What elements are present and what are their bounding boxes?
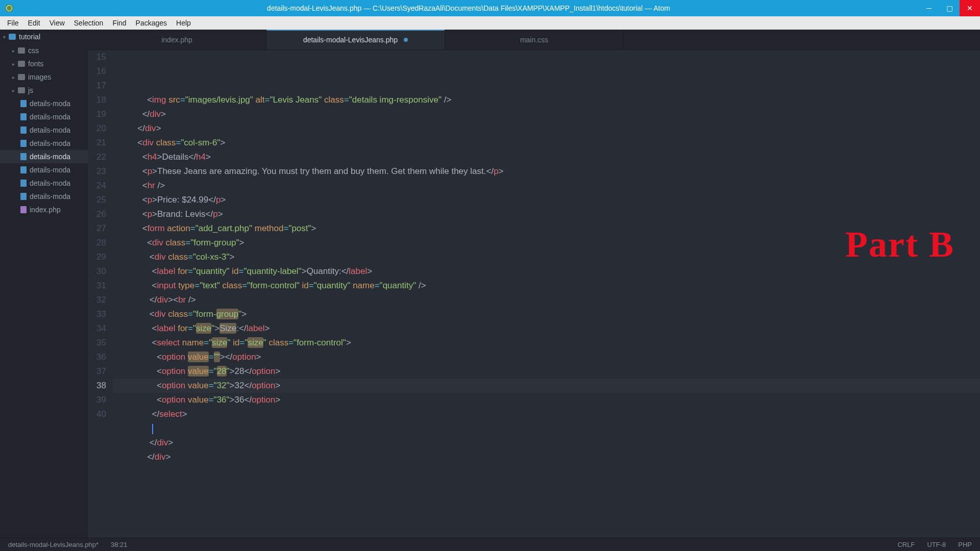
folder-icon [18,61,25,67]
file-item[interactable]: details-moda [0,110,88,123]
file-icon [20,180,27,187]
file-item[interactable]: details-moda [0,190,88,203]
editor-pane: index.php details-modal-LevisJeans.php m… [88,30,980,538]
menu-edit[interactable]: Edit [24,17,44,29]
project-root-label: tutorial [19,33,40,41]
chevron-right-icon: ▸ [12,88,15,93]
tab-index[interactable]: index.php [88,30,266,49]
file-item[interactable]: details-moda [0,137,88,150]
status-encoding[interactable]: UTF-8 [927,541,946,548]
code-content[interactable]: <img src="images/levis.jpg" alt="Levis J… [113,50,980,538]
code-editor[interactable]: 1516171819202122232425262728293031323334… [88,50,980,538]
file-icon [20,206,27,213]
menu-bar: File Edit View Selection Find Packages H… [0,16,980,30]
folder-images[interactable]: ▸images [0,70,88,84]
file-item[interactable]: details-moda [0,97,88,110]
maximize-button[interactable]: ▢ [939,0,960,16]
status-cursor-position[interactable]: 38:21 [111,541,128,548]
chevron-down-icon: ▾ [3,34,6,40]
folder-icon [18,74,25,80]
file-item-active[interactable]: details-moda [0,150,88,163]
file-icon [20,140,27,147]
file-item[interactable]: details-moda [0,177,88,190]
tab-details-modal[interactable]: details-modal-LevisJeans.php [266,30,445,49]
folder-fonts[interactable]: ▸fonts [0,57,88,70]
file-icon [20,153,27,160]
tab-main-css[interactable]: main.css [445,30,624,49]
file-item[interactable]: details-moda [0,123,88,137]
menu-find[interactable]: Find [108,17,130,29]
folder-css[interactable]: ▸css [0,44,88,57]
status-filename[interactable]: details-modal-LevisJeans.php* [8,541,99,548]
minimize-button[interactable]: ─ [919,0,939,16]
chevron-right-icon: ▸ [12,48,15,54]
folder-icon [18,47,25,54]
file-item[interactable]: details-moda [0,163,88,177]
editor-tabs: index.php details-modal-LevisJeans.php m… [88,30,980,50]
file-icon [20,127,27,134]
status-grammar[interactable]: PHP [958,541,972,548]
folder-icon [9,34,16,40]
line-gutter: 1516171819202122232425262728293031323334… [88,50,113,538]
file-icon [20,193,27,200]
file-item-index[interactable]: index.php [0,203,88,216]
file-icon [20,113,27,120]
menu-view[interactable]: View [45,17,69,29]
menu-help[interactable]: Help [172,17,195,29]
chevron-right-icon: ▸ [12,74,15,80]
project-root[interactable]: ▾ tutorial [0,30,88,44]
folder-icon [18,87,25,93]
close-button[interactable]: ✕ [960,0,980,16]
file-tree-sidebar[interactable]: ▾ tutorial ▸css ▸fonts ▸images ▸js detai… [0,30,88,538]
app-icon [5,4,13,12]
menu-packages[interactable]: Packages [132,17,171,29]
file-icon [20,100,27,107]
window-titlebar: details-modal-LevisJeans.php — C:\Users\… [0,0,980,16]
menu-selection[interactable]: Selection [70,17,108,29]
folder-js[interactable]: ▸js [0,84,88,97]
menu-file[interactable]: File [3,17,23,29]
status-line-ending[interactable]: CRLF [897,541,915,548]
unsaved-dot-icon [404,38,408,42]
chevron-right-icon: ▸ [12,61,15,67]
window-title: details-modal-LevisJeans.php — C:\Users\… [18,4,919,12]
overlay-watermark: Part B [845,223,954,266]
status-bar: details-modal-LevisJeans.php* 38:21 CRLF… [0,538,980,551]
file-icon [20,166,27,173]
